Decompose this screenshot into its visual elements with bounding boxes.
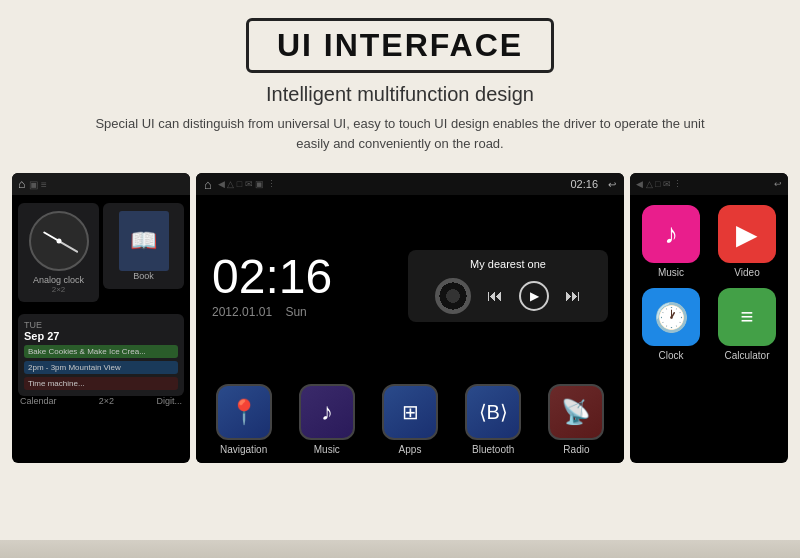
video-right-item: ▶ Video: [714, 205, 780, 278]
right-status-icons: ◀ △ □ ✉ ⋮: [636, 179, 682, 189]
big-time: 02:16: [212, 253, 332, 301]
apps-button[interactable]: ⊞: [382, 384, 438, 440]
clock-right-label: Clock: [658, 350, 683, 361]
music-button[interactable]: ♪: [299, 384, 355, 440]
video-right-button[interactable]: ▶: [718, 205, 776, 263]
date-line: 2012.01.01 Sun: [212, 305, 332, 319]
bluetooth-label: Bluetooth: [472, 444, 514, 455]
book-widget: 📖 Book: [103, 203, 184, 308]
player-disc: [435, 278, 471, 314]
title-box: UI INTERFACE: [246, 18, 554, 73]
radio-label: Radio: [563, 444, 589, 455]
apps-label: Apps: [399, 444, 422, 455]
video-right-label: Video: [734, 267, 759, 278]
header-section: UI INTERFACE Intelligent multifunction d…: [0, 0, 800, 163]
right-icons-grid: ♪ Music ▶ Video 🕐 Clock ≡ Calculator: [638, 205, 780, 361]
main-title: UI INTERFACE: [277, 27, 523, 64]
day-value: Sun: [285, 305, 306, 319]
player-controls: ⏮ ▶ ⏭: [420, 278, 596, 314]
book-widget-box: 📖 Book: [103, 203, 184, 289]
player-section: My dearest one ⏮ ▶ ⏭: [348, 250, 608, 322]
music-right-label: Music: [658, 267, 684, 278]
analog-clock: [29, 211, 89, 271]
subtitle: Intelligent multifunction design: [20, 83, 780, 106]
music-icon-item: ♪ Music: [289, 384, 364, 455]
next-button[interactable]: ⏭: [565, 287, 581, 305]
left-content: Analog clock 2×2 📖 Book TUE Sep 27 Ba: [12, 195, 190, 414]
clock-widget: Analog clock 2×2: [18, 203, 99, 308]
cal-date: Sep 27: [24, 330, 178, 342]
radio-button[interactable]: 📡: [548, 384, 604, 440]
center-status-bar: ⌂ ◀ △ □ ✉ ▣ ⋮ 02:16 ↩: [196, 173, 624, 195]
cal-event2: 2pm - 3pm Mountain View: [24, 361, 178, 374]
center-content: 02:16 2012.01.01 Sun My dearest one ⏮ ▶: [196, 195, 624, 463]
right-content: ♪ Music ▶ Video 🕐 Clock ≡ Calculator: [630, 195, 788, 371]
home-icon-center[interactable]: ⌂: [204, 177, 212, 192]
clock-widget-box: Analog clock 2×2: [18, 203, 99, 302]
calendar-widget: TUE Sep 27 Bake Cookies & Make Ice Crea.…: [18, 314, 184, 396]
clock-right-item: 🕐 Clock: [638, 288, 704, 361]
music-right-item: ♪ Music: [638, 205, 704, 278]
music-label: Music: [314, 444, 340, 455]
status-icons-right: ↩: [608, 179, 616, 190]
center-status-left-icons: ◀ △ □ ✉ ▣ ⋮: [218, 179, 276, 189]
right-status-bar: ◀ △ □ ✉ ⋮ ↩: [630, 173, 788, 195]
navigation-button[interactable]: 📍: [216, 384, 272, 440]
song-title: My dearest one: [420, 258, 596, 270]
left-status-icons: ▣ ≡: [29, 179, 47, 190]
calc-right-item: ≡ Calculator: [714, 288, 780, 361]
calculator-right-button[interactable]: ≡: [718, 288, 776, 346]
bottom-label-right: Digit...: [156, 396, 182, 406]
player-box: My dearest one ⏮ ▶ ⏭: [408, 250, 608, 322]
clock-widget-grid: 2×2: [52, 285, 66, 294]
date-value: 2012.01.01: [212, 305, 272, 319]
nav-icon-item: 📍 Navigation: [206, 384, 281, 455]
back-icon[interactable]: ↩: [608, 179, 616, 190]
screens-row: ⌂ ▣ ≡ Analog clock 2×2: [0, 163, 800, 463]
app-icons-row: 📍 Navigation ♪ Music ⊞ Apps ⟨B⟩ Bluetoot…: [196, 376, 624, 463]
bottom-label-grid: 2×2: [99, 396, 114, 406]
bluetooth-icon-item: ⟨B⟩ Bluetooth: [456, 384, 531, 455]
home-icon-left: ⌂: [18, 177, 25, 191]
left-status-bar: ⌂ ▣ ≡: [12, 173, 190, 195]
right-screen: ◀ △ □ ✉ ⋮ ↩ ♪ Music ▶ Video 🕐 Clock ≡: [630, 173, 788, 463]
radio-icon-item: 📡 Radio: [539, 384, 614, 455]
bottom-label-left: Calendar: [20, 396, 57, 406]
top-widgets-row: Analog clock 2×2 📖 Book: [18, 203, 184, 308]
clock-right-button[interactable]: 🕐: [642, 288, 700, 346]
right-back-icon[interactable]: ↩: [774, 179, 782, 189]
clock-widget-label: Analog clock: [33, 275, 84, 285]
media-area: 02:16 2012.01.01 Sun My dearest one ⏮ ▶: [196, 195, 624, 376]
bottom-strip: [0, 540, 800, 558]
cal-event1: Bake Cookies & Make Ice Crea...: [24, 345, 178, 358]
minute-hand: [58, 240, 78, 252]
calculator-right-label: Calculator: [724, 350, 769, 361]
cal-day: TUE: [24, 320, 178, 330]
bottom-label-row: Calendar 2×2 Digit...: [18, 396, 184, 406]
book-icon: 📖: [119, 211, 169, 271]
time-date-section: 02:16 2012.01.01 Sun: [212, 253, 332, 319]
play-button[interactable]: ▶: [519, 281, 549, 311]
apps-icon-item: ⊞ Apps: [372, 384, 447, 455]
book-symbol: 📖: [130, 228, 157, 254]
center-screen: ⌂ ◀ △ □ ✉ ▣ ⋮ 02:16 ↩ 02:16 2012.01.01 S…: [196, 173, 624, 463]
left-screen: ⌂ ▣ ≡ Analog clock 2×2: [12, 173, 190, 463]
bluetooth-button[interactable]: ⟨B⟩: [465, 384, 521, 440]
navigation-label: Navigation: [220, 444, 267, 455]
book-label: Book: [133, 271, 154, 281]
prev-button[interactable]: ⏮: [487, 287, 503, 305]
music-right-button[interactable]: ♪: [642, 205, 700, 263]
description: Special UI can distinguish from universa…: [90, 114, 710, 153]
status-time: 02:16: [570, 178, 598, 190]
cal-event3: Time machine...: [24, 377, 178, 390]
clock-center: [56, 239, 61, 244]
